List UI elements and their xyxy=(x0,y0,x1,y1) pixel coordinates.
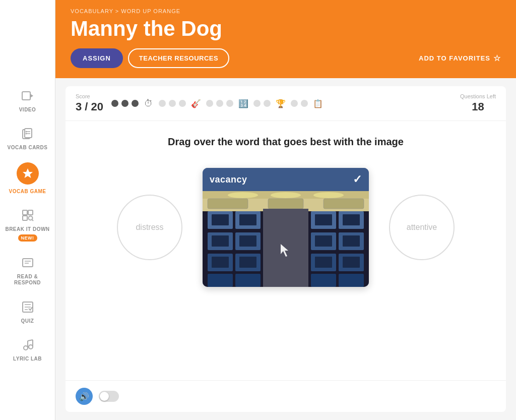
svg-rect-52 xyxy=(239,214,256,225)
svg-rect-53 xyxy=(212,235,229,247)
checkmark-icon: ✓ xyxy=(353,173,362,186)
dot-empty-6 xyxy=(226,100,233,107)
svg-point-12 xyxy=(28,216,32,220)
svg-rect-11 xyxy=(23,216,27,220)
airplane-image xyxy=(203,191,369,287)
svg-rect-51 xyxy=(212,214,229,225)
video-icon xyxy=(19,87,37,105)
sidebar-item-quiz[interactable]: QUIZ xyxy=(0,292,55,330)
svg-point-22 xyxy=(29,345,33,349)
svg-rect-55 xyxy=(212,257,229,268)
game-instruction: Drag over the word that goes best with t… xyxy=(168,136,404,148)
sidebar-item-read-respond[interactable]: READ & RESPOND xyxy=(0,248,55,292)
sidebar-item-break-it-down[interactable]: BREAK IT DOWN NEW! xyxy=(0,200,55,248)
break-it-down-icon xyxy=(19,206,37,224)
svg-rect-14 xyxy=(23,259,33,267)
svg-rect-32 xyxy=(268,199,303,209)
svg-rect-61 xyxy=(315,257,332,268)
calculator-icon: 🔢 xyxy=(236,96,250,110)
svg-point-7 xyxy=(25,133,27,135)
word-distress: distress xyxy=(136,223,163,232)
assign-button[interactable]: ASSIGN xyxy=(71,48,123,68)
svg-rect-41 xyxy=(208,274,233,287)
dot-empty-3 xyxy=(179,100,186,107)
word-circle-attentive[interactable]: attentive xyxy=(389,195,455,260)
game-area: Drag over the word that goes best with t… xyxy=(66,121,506,380)
read-respond-icon xyxy=(19,254,37,272)
add-to-favorites-button[interactable]: ADD TO FAVORITES ☆ xyxy=(419,53,501,63)
image-card-vacancy: vacancy ✓ xyxy=(203,168,369,287)
word-attentive: attentive xyxy=(407,223,437,232)
sidebar-label-break-it-down: BREAK IT DOWN xyxy=(5,226,49,232)
guitar-icon: 🎸 xyxy=(189,96,203,110)
sidebar-item-lyric-lab[interactable]: LYRIC LAB xyxy=(0,330,55,368)
vocab-cards-icon xyxy=(19,125,37,143)
page-title: Manny the Dog xyxy=(71,17,501,40)
header-buttons: ASSIGN TEACHER RESOURCES ADD TO FAVORITE… xyxy=(71,48,501,68)
svg-rect-0 xyxy=(22,92,30,100)
dot-empty-5 xyxy=(216,100,223,107)
svg-rect-49 xyxy=(311,274,336,287)
teacher-resources-button[interactable]: TEACHER RESOURCES xyxy=(128,48,229,68)
certificate-icon: 📋 xyxy=(311,96,325,110)
dots-row: ⏱ 🎸 🔢 🏆 xyxy=(111,96,452,110)
content-area: Score 3 / 20 ⏱ 🎸 xyxy=(55,78,516,420)
page-header: VOCABULARY > WORD UP ORANGE Manny the Do… xyxy=(55,0,516,78)
sidebar-item-vocab-cards[interactable]: VOCAB CARDS xyxy=(0,118,55,156)
dot-empty-8 xyxy=(264,100,271,107)
svg-rect-59 xyxy=(315,235,332,247)
dot-filled-1 xyxy=(111,100,118,107)
svg-rect-33 xyxy=(324,199,364,209)
svg-rect-9 xyxy=(23,210,27,215)
star-icon: ☆ xyxy=(493,53,501,63)
sidebar-label-read-respond: READ & RESPOND xyxy=(4,274,51,286)
score-value: 3 / 20 xyxy=(76,100,103,113)
svg-point-21 xyxy=(24,346,28,350)
sidebar-label-quiz: QUIZ xyxy=(21,318,34,324)
trophy-icon: 🏆 xyxy=(274,96,288,110)
vocab-game-icon-bg xyxy=(17,162,39,185)
dot-filled-2 xyxy=(121,100,128,107)
svg-rect-31 xyxy=(208,199,248,209)
breadcrumb-separator: > xyxy=(115,8,121,14)
svg-line-24 xyxy=(28,340,33,341)
svg-point-6 xyxy=(25,131,27,133)
image-card-header: vacancy ✓ xyxy=(203,168,369,191)
favorites-label: ADD TO FAVORITES xyxy=(419,54,490,62)
bottom-bar: 🔊 xyxy=(66,380,506,412)
svg-rect-62 xyxy=(343,257,360,268)
word-circle-distress[interactable]: distress xyxy=(117,195,182,260)
svg-rect-57 xyxy=(315,214,332,225)
svg-point-28 xyxy=(228,192,258,198)
dot-empty-7 xyxy=(253,100,261,107)
breadcrumb-part2: WORD UP ORANGE xyxy=(121,8,180,14)
svg-marker-8 xyxy=(23,168,33,178)
svg-rect-60 xyxy=(343,235,360,247)
sidebar-label-lyric-lab: LYRIC LAB xyxy=(13,356,42,362)
svg-point-29 xyxy=(271,192,301,198)
breadcrumb: VOCABULARY > WORD UP ORANGE xyxy=(71,8,501,14)
svg-rect-56 xyxy=(239,257,256,268)
toggle-knob xyxy=(100,392,109,401)
sidebar-item-video[interactable]: VIDEO xyxy=(0,81,55,118)
audio-button[interactable]: 🔊 xyxy=(76,388,93,405)
sidebar-label-vocab-game: VOCAB GAME xyxy=(9,189,46,194)
sidebar-label-vocab-cards: VOCAB CARDS xyxy=(8,145,48,150)
svg-marker-1 xyxy=(30,94,33,98)
score-label: Score xyxy=(76,93,103,99)
toggle-switch[interactable] xyxy=(99,391,119,402)
quiz-icon xyxy=(19,298,37,316)
timer-icon: ⏱ xyxy=(142,96,156,110)
current-word: vacancy xyxy=(210,174,247,185)
sidebar: VIDEO VOCAB CARDS VOCAB GAME xyxy=(0,0,55,420)
main-content: VOCABULARY > WORD UP ORANGE Manny the Do… xyxy=(55,0,516,420)
svg-rect-10 xyxy=(28,210,33,215)
score-bar: Score 3 / 20 ⏱ 🎸 xyxy=(66,86,506,121)
sidebar-item-vocab-game[interactable]: VOCAB GAME xyxy=(0,156,55,200)
svg-point-30 xyxy=(313,192,344,198)
audio-icon: 🔊 xyxy=(79,392,89,401)
game-container: Score 3 / 20 ⏱ 🎸 xyxy=(66,86,506,412)
questions-left-label: Questions Left xyxy=(460,93,496,99)
header-left-buttons: ASSIGN TEACHER RESOURCES xyxy=(71,48,229,68)
dot-empty-2 xyxy=(169,100,176,107)
